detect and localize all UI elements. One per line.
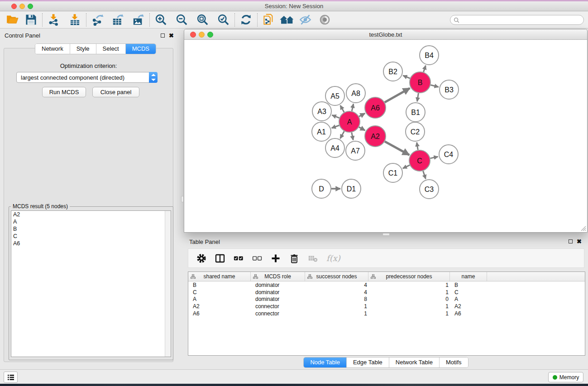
vertical-splitter-grip[interactable] <box>181 196 184 202</box>
graph-edge-A-A2[interactable] <box>359 127 365 131</box>
export-table-icon[interactable] <box>112 14 124 26</box>
run-mcds-button[interactable]: Run MCDS <box>42 87 86 97</box>
table-tab-edge-table[interactable]: Edge Table <box>347 357 389 367</box>
graph-edge-B-B3[interactable] <box>430 85 438 87</box>
mcds-result-item[interactable]: A6 <box>11 240 171 247</box>
zoom-fit-icon[interactable] <box>196 14 209 26</box>
task-history-button[interactable] <box>4 372 18 383</box>
graph-edge-C-C4[interactable] <box>430 157 438 158</box>
column-header-predecessor-nodes[interactable]: predecessor nodes <box>368 272 450 281</box>
table-row[interactable]: A2connector11A2 <box>188 303 585 310</box>
home-icon[interactable] <box>279 14 295 26</box>
memory-button[interactable]: Memory <box>548 372 583 382</box>
mcds-result-item[interactable]: A2 <box>11 211 171 218</box>
column-header-shared-name[interactable]: shared name <box>188 272 251 281</box>
graph-edge-B-B2[interactable] <box>403 76 410 78</box>
graph-node-B[interactable]: B <box>410 72 430 93</box>
tab-mcds[interactable]: MCDS <box>126 44 156 54</box>
export-image-icon[interactable] <box>132 14 144 26</box>
network-graph[interactable]: B4B2BB3A8A5A6A3B1AA1C2A2A4A7C4CC1C3DD1 <box>184 40 587 232</box>
zoom-out-icon[interactable] <box>176 14 188 26</box>
column-header-name[interactable]: name <box>450 272 487 281</box>
column-header-MCDS-role[interactable]: MCDS role <box>251 272 305 281</box>
table-row[interactable]: Bdominator41B <box>188 281 585 289</box>
graph-node-C1[interactable]: C1 <box>383 163 402 182</box>
graph-edge-C-C2[interactable] <box>417 143 418 150</box>
result-scrollbar[interactable] <box>165 211 171 357</box>
table-tab-node-table[interactable]: Node Table <box>304 357 347 367</box>
mcds-result-item[interactable]: A <box>11 218 171 225</box>
graph-node-A[interactable]: A <box>339 111 360 132</box>
zoom-selected-icon[interactable] <box>217 14 229 26</box>
float-table-panel-icon[interactable] <box>569 239 573 243</box>
import-network-icon[interactable] <box>48 14 60 26</box>
deselect-all-icon[interactable] <box>252 253 262 263</box>
graph-edge-A6-B[interactable] <box>385 88 410 102</box>
graph-node-A8[interactable]: A8 <box>346 84 365 103</box>
window-resize-grip[interactable] <box>580 225 586 231</box>
network-window-titlebar[interactable]: testGlobe.txt <box>184 29 587 40</box>
table-tab-motifs[interactable]: Motifs <box>440 357 468 367</box>
graph-node-D[interactable]: D <box>312 179 331 198</box>
column-header-successor-nodes[interactable]: successor nodes <box>305 272 368 281</box>
graph-node-C2[interactable]: C2 <box>406 122 425 141</box>
mcds-result-list[interactable]: A2ABCA6 <box>11 210 171 357</box>
tab-style[interactable]: Style <box>70 44 96 54</box>
graph-edge-B-B4[interactable] <box>424 66 426 72</box>
graph-node-D1[interactable]: D1 <box>342 179 361 198</box>
network-canvas[interactable]: B4B2BB3A8A5A6A3B1AA1C2A2A4A7C4CC1C3DD1 <box>184 40 587 232</box>
graph-edge-A-A5[interactable] <box>340 105 344 112</box>
refresh-icon[interactable] <box>240 14 252 26</box>
graph-node-A3[interactable]: A3 <box>312 102 331 121</box>
graph-edge-C-C3[interactable] <box>423 171 426 179</box>
graph-edge-C-C1[interactable] <box>403 165 410 168</box>
show-columns-icon[interactable] <box>215 253 225 263</box>
table-settings-gear-icon[interactable] <box>196 253 206 263</box>
table-row[interactable]: Cdominator41C <box>188 289 585 296</box>
node-table[interactable]: shared nameMCDS rolesuccessor nodesprede… <box>188 272 585 356</box>
clone-network-icon[interactable] <box>263 14 275 26</box>
graph-node-C[interactable]: C <box>409 150 430 171</box>
mcds-result-item[interactable]: C <box>11 233 171 240</box>
graph-node-A1[interactable]: A1 <box>312 122 331 141</box>
tab-select[interactable]: Select <box>96 44 126 54</box>
graph-node-C3[interactable]: C3 <box>420 180 439 199</box>
add-column-icon[interactable] <box>271 253 281 263</box>
graph-edge-A-A8[interactable] <box>352 104 354 111</box>
graph-edge-A-A4[interactable] <box>340 131 344 138</box>
close-table-panel-icon[interactable]: ✖ <box>577 239 582 244</box>
import-table-icon[interactable] <box>69 14 81 26</box>
hide-graphics-details-icon[interactable] <box>299 14 311 26</box>
table-row[interactable]: Adominator80A <box>188 296 585 303</box>
graph-node-A5[interactable]: A5 <box>325 86 344 105</box>
float-panel-icon[interactable] <box>161 33 165 38</box>
graph-edge-A-A3[interactable] <box>332 115 339 118</box>
graph-edge-A2-C[interactable] <box>385 142 409 155</box>
graph-node-A4[interactable]: A4 <box>325 138 344 157</box>
table-tab-network-table[interactable]: Network Table <box>389 357 440 367</box>
table-row[interactable]: A6connector11A6 <box>188 310 585 317</box>
delete-column-trash-icon[interactable] <box>289 253 299 263</box>
tab-network[interactable]: Network <box>35 44 70 54</box>
graph-node-B1[interactable]: B1 <box>406 103 425 122</box>
graph-edge-B-B1[interactable] <box>417 93 419 102</box>
close-panel-icon[interactable]: ✖ <box>169 33 174 38</box>
search-input[interactable] <box>459 17 583 23</box>
graph-edge-A-A6[interactable] <box>359 113 365 116</box>
zoom-in-icon[interactable] <box>155 14 167 26</box>
graph-edge-A-A7[interactable] <box>352 133 353 140</box>
export-network-icon[interactable] <box>91 14 104 26</box>
open-file-icon[interactable] <box>6 14 19 26</box>
graph-node-B2[interactable]: B2 <box>383 62 402 81</box>
mcds-result-item[interactable]: B <box>11 225 171 233</box>
graph-node-A7[interactable]: A7 <box>346 141 365 160</box>
graph-node-B4[interactable]: B4 <box>420 46 439 65</box>
criterion-dropdown[interactable]: largest connected component (directed) <box>16 72 158 83</box>
graph-edge-A-A1[interactable] <box>332 125 339 128</box>
select-all-icon[interactable] <box>234 253 244 263</box>
graph-node-C4[interactable]: C4 <box>439 145 458 164</box>
graph-node-A6[interactable]: A6 <box>365 97 386 118</box>
graph-node-B3[interactable]: B3 <box>440 80 459 99</box>
show-hide-panel-eye-icon[interactable] <box>319 14 331 26</box>
graph-node-A2[interactable]: A2 <box>365 126 386 147</box>
